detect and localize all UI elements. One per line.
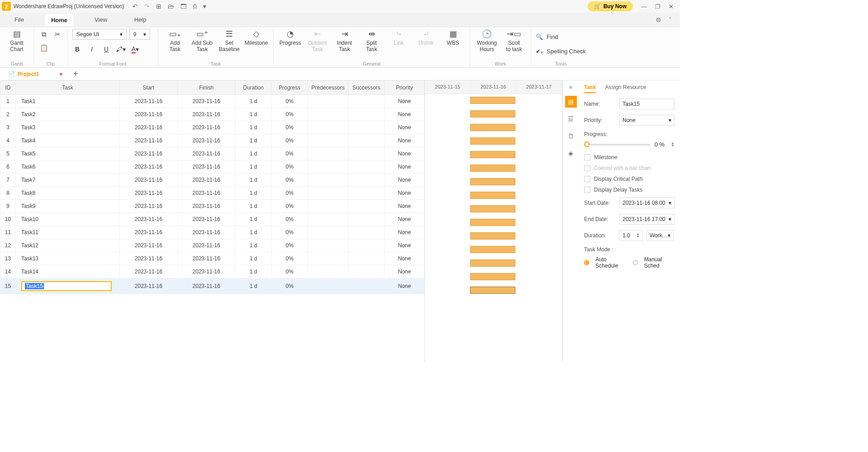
cell-start[interactable]: 2023-11-16: [120, 226, 178, 239]
progress-slider[interactable]: [584, 144, 650, 146]
cell-priority[interactable]: None: [385, 213, 425, 226]
gantt-row[interactable]: [425, 270, 562, 284]
menu-view[interactable]: View: [88, 14, 113, 26]
cell-priority[interactable]: None: [385, 174, 425, 187]
cell-task-name[interactable]: Task13: [16, 252, 120, 265]
gantt-bar[interactable]: [470, 110, 515, 118]
cell-progress[interactable]: 0%: [272, 95, 308, 108]
gantt-bar[interactable]: [470, 219, 515, 226]
cell-id[interactable]: 3: [0, 121, 16, 134]
cell-priority[interactable]: None: [385, 226, 425, 239]
cell-successors[interactable]: [349, 108, 385, 121]
gantt-row[interactable]: [425, 243, 562, 257]
cell-predecessors[interactable]: [308, 160, 349, 174]
minimize-button[interactable]: —: [641, 3, 647, 10]
font-size-select[interactable]: 9▾: [129, 29, 150, 40]
cell-duration[interactable]: 1 d: [236, 200, 272, 213]
cell-task-name[interactable]: Task3: [16, 121, 120, 134]
cell-progress[interactable]: 0%: [272, 147, 308, 160]
table-row[interactable]: 5 Task5 2023-11-16 2023-11-16 1 d 0% Non…: [0, 147, 425, 160]
prop-priority-select[interactable]: None▾: [619, 115, 675, 126]
gantt-bar[interactable]: [470, 165, 515, 172]
cell-priority[interactable]: None: [385, 278, 425, 294]
gantt-bar[interactable]: [470, 287, 515, 294]
cell-finish[interactable]: 2023-11-16: [178, 265, 236, 278]
cell-start[interactable]: 2023-11-16: [120, 265, 178, 278]
cell-priority[interactable]: None: [385, 160, 425, 174]
wbs-button[interactable]: ▦WBS: [441, 29, 465, 46]
cell-start[interactable]: 2023-11-16: [120, 121, 178, 134]
progress-stepper[interactable]: ▲▼: [671, 142, 675, 147]
collapse-ribbon-button[interactable]: ˄: [669, 16, 672, 24]
cell-duration[interactable]: 1 d: [236, 213, 272, 226]
cell-start[interactable]: 2023-11-16: [120, 187, 178, 200]
split-task-button[interactable]: ⇹Split Task: [359, 29, 384, 52]
cell-predecessors[interactable]: [308, 134, 349, 147]
cell-duration[interactable]: 1 d: [236, 239, 272, 252]
add-task-button[interactable]: ▭₊Add Task: [163, 29, 187, 52]
cell-task-name[interactable]: Task8: [16, 187, 120, 200]
cell-progress[interactable]: 0%: [272, 200, 308, 213]
font-color-button[interactable]: A▾: [130, 44, 140, 54]
col-id[interactable]: ID: [0, 81, 16, 95]
cell-progress[interactable]: 0%: [272, 160, 308, 174]
cell-finish[interactable]: 2023-11-16: [178, 121, 236, 134]
cell-priority[interactable]: None: [385, 252, 425, 265]
cell-task-name[interactable]: Task7: [16, 174, 120, 187]
cell-finish[interactable]: 2023-11-16: [178, 252, 236, 265]
col-successors[interactable]: Successors: [349, 81, 385, 95]
new-button[interactable]: ⊞: [156, 3, 161, 10]
cell-id[interactable]: 1: [0, 95, 16, 108]
cell-id[interactable]: 8: [0, 187, 16, 200]
col-duration[interactable]: Duration: [236, 81, 272, 95]
cell-progress[interactable]: 0%: [272, 278, 308, 294]
unlink-button[interactable]: ⤶Unlink: [414, 29, 438, 46]
cell-priority[interactable]: None: [385, 95, 425, 108]
open-button[interactable]: 🗁: [168, 3, 174, 10]
table-row[interactable]: 2 Task2 2023-11-16 2023-11-16 1 d 0% Non…: [0, 108, 425, 121]
cell-priority[interactable]: None: [385, 134, 425, 147]
spelling-check-button[interactable]: ✔ₐSpelling Check: [536, 45, 586, 57]
gantt-bar[interactable]: [470, 192, 515, 199]
cell-task-name[interactable]: Task12: [16, 239, 120, 252]
cell-task-name[interactable]: Task4: [16, 134, 120, 147]
gantt-bar[interactable]: [470, 124, 515, 131]
cell-successors[interactable]: [349, 147, 385, 160]
cell-start[interactable]: 2023-11-16: [120, 134, 178, 147]
cell-progress[interactable]: 0%: [272, 121, 308, 134]
cell-start[interactable]: 2023-11-16: [120, 239, 178, 252]
cell-predecessors[interactable]: [308, 265, 349, 278]
table-row[interactable]: 6 Task6 2023-11-16 2023-11-16 1 d 0% Non…: [0, 160, 425, 174]
cell-task-name[interactable]: Task14: [16, 265, 120, 278]
cell-duration[interactable]: 1 d: [236, 147, 272, 160]
cell-progress[interactable]: 0%: [272, 226, 308, 239]
table-row[interactable]: 15 Task15 2023-11-16 2023-11-16 1 d 0% N…: [0, 278, 425, 294]
cell-progress[interactable]: 0%: [272, 265, 308, 278]
cell-duration[interactable]: 1 d: [236, 252, 272, 265]
prop-duration-input[interactable]: 1.0▲▼: [619, 230, 643, 241]
table-row[interactable]: 8 Task8 2023-11-16 2023-11-16 1 d 0% Non…: [0, 187, 425, 200]
gantt-bar[interactable]: [470, 232, 515, 240]
gantt-row[interactable]: [425, 284, 562, 297]
cell-predecessors[interactable]: [308, 200, 349, 213]
cell-finish[interactable]: 2023-11-16: [178, 108, 236, 121]
prop-tab-task[interactable]: Task: [584, 84, 596, 93]
menu-file[interactable]: File: [8, 14, 30, 26]
gantt-bar[interactable]: [470, 273, 515, 280]
cell-predecessors[interactable]: [308, 187, 349, 200]
cell-finish[interactable]: 2023-11-16: [178, 147, 236, 160]
cell-successors[interactable]: [349, 265, 385, 278]
gantt-row[interactable]: [425, 216, 562, 230]
cell-successors[interactable]: [349, 187, 385, 200]
gantt-row[interactable]: [425, 230, 562, 243]
maximize-button[interactable]: ❐: [655, 3, 660, 10]
cell-priority[interactable]: None: [385, 121, 425, 134]
cell-start[interactable]: 2023-11-16: [120, 174, 178, 187]
gantt-bar[interactable]: [470, 259, 515, 267]
prop-name-input[interactable]: Task15: [619, 99, 675, 109]
paste-button[interactable]: 📋: [38, 42, 49, 53]
gantt-row[interactable]: [425, 135, 562, 148]
find-button[interactable]: 🔍Find: [536, 31, 558, 42]
gantt-bar[interactable]: [470, 178, 515, 185]
underline-button[interactable]: U: [101, 44, 111, 54]
